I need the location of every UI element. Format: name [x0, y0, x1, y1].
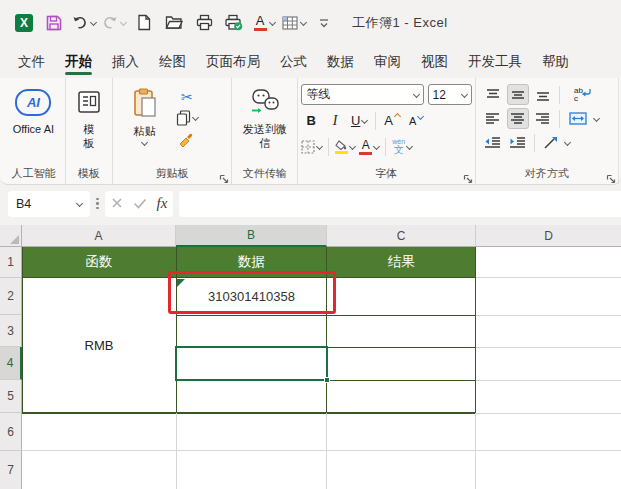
- excel-logo-icon[interactable]: X: [10, 10, 38, 36]
- tab-file[interactable]: 文件: [11, 45, 52, 78]
- send-to-wechat-button[interactable]: 发送到微信: [239, 84, 291, 151]
- paste-label: 粘贴: [134, 124, 156, 138]
- copy-dropdown-icon[interactable]: [192, 114, 199, 121]
- tab-data[interactable]: 数据: [320, 45, 361, 78]
- font-dialog-launcher-icon[interactable]: [463, 170, 473, 180]
- fill-color-dropdown-icon[interactable]: [349, 143, 356, 150]
- decrease-indent-button[interactable]: [482, 132, 504, 153]
- wrap-text-button[interactable]: ab c: [565, 84, 593, 105]
- font-color-dropdown-icon[interactable]: [268, 19, 275, 26]
- borders-table-qat-button[interactable]: [280, 10, 308, 36]
- save-icon[interactable]: [40, 10, 68, 36]
- redo-button[interactable]: [100, 10, 128, 36]
- paste-dropdown-icon[interactable]: [141, 139, 148, 146]
- office-ai-button[interactable]: AI Office AI: [5, 84, 61, 136]
- ribbon-group-clipboard: 粘贴 ✂ 剪贴板: [113, 78, 233, 184]
- phonetic-guide-button[interactable]: wén 文: [392, 136, 412, 157]
- column-header-b[interactable]: B: [176, 225, 327, 247]
- decrease-font-button[interactable]: A: [406, 110, 426, 131]
- orientation-button[interactable]: [540, 132, 562, 153]
- underline-dropdown-icon[interactable]: [361, 117, 368, 124]
- phonetic-dropdown-icon[interactable]: [406, 143, 413, 150]
- redo-dropdown-icon[interactable]: [120, 19, 127, 26]
- column-header-a[interactable]: A: [22, 225, 176, 247]
- name-box-dropdown-icon[interactable]: [76, 200, 83, 207]
- ribbon-group-ai: AI Office AI 人工智能: [2, 78, 66, 184]
- quick-print-icon[interactable]: [190, 10, 218, 36]
- merge-dropdown-icon[interactable]: [592, 115, 599, 122]
- tab-help[interactable]: 帮助: [535, 45, 576, 78]
- formula-input[interactable]: [179, 191, 621, 217]
- tab-developer[interactable]: 开发工具: [461, 45, 529, 78]
- cell-a2-merged-rmb[interactable]: RMB: [22, 278, 176, 413]
- copy-button[interactable]: [176, 107, 198, 128]
- cell-a1[interactable]: 函数: [22, 247, 176, 278]
- increase-font-button[interactable]: A: [382, 110, 402, 131]
- orientation-dropdown-icon[interactable]: [563, 139, 570, 146]
- confirm-entry-icon[interactable]: [133, 195, 147, 213]
- open-folder-icon[interactable]: [160, 10, 188, 36]
- tab-formulas[interactable]: 公式: [273, 45, 314, 78]
- font-color-button[interactable]: A: [359, 136, 379, 157]
- align-center-button[interactable]: [507, 108, 529, 129]
- fill-handle[interactable]: [324, 377, 330, 383]
- font-name-value: 等线: [306, 86, 413, 103]
- column-header-d[interactable]: D: [476, 225, 621, 247]
- borders-button[interactable]: [301, 136, 322, 157]
- borders-icon: [301, 140, 315, 154]
- cancel-entry-icon[interactable]: [111, 195, 123, 213]
- underline-button[interactable]: U: [349, 110, 369, 131]
- select-all-corner[interactable]: [0, 225, 22, 247]
- tab-insert[interactable]: 插入: [105, 45, 146, 78]
- tab-home[interactable]: 开始: [58, 45, 99, 78]
- formula-bar-handle[interactable]: [96, 198, 99, 210]
- align-bottom-button[interactable]: [532, 84, 554, 105]
- new-document-icon[interactable]: [130, 10, 158, 36]
- row-header-1[interactable]: 1: [0, 247, 22, 278]
- align-left-button[interactable]: [482, 108, 504, 129]
- column-header-c[interactable]: C: [327, 225, 476, 247]
- row-header-7[interactable]: 7: [0, 451, 22, 489]
- clipboard-dialog-launcher-icon[interactable]: [219, 170, 229, 180]
- row-header-5[interactable]: 5: [0, 380, 22, 413]
- align-right-button[interactable]: [532, 108, 554, 129]
- row-header-2[interactable]: 2: [0, 278, 22, 315]
- insert-function-icon[interactable]: fx: [157, 195, 168, 212]
- tab-draw[interactable]: 绘图: [152, 45, 193, 78]
- template-button[interactable]: 模板: [69, 84, 109, 151]
- font-color-btn-dropdown-icon[interactable]: [373, 143, 380, 150]
- excel-logo: X: [15, 14, 33, 32]
- group-label-template: 模板: [66, 166, 112, 181]
- font-name-combo[interactable]: 等线: [301, 84, 423, 105]
- borders-btn-dropdown-icon[interactable]: [316, 143, 323, 150]
- cut-button[interactable]: ✂: [176, 86, 198, 107]
- italic-button[interactable]: I: [325, 110, 345, 131]
- row-header-6[interactable]: 6: [0, 413, 22, 451]
- fill-color-button[interactable]: [335, 136, 355, 157]
- row-header-4[interactable]: 4: [0, 347, 22, 380]
- font-name-dropdown-icon[interactable]: [412, 91, 419, 98]
- font-size-combo[interactable]: 12: [428, 84, 472, 105]
- format-painter-button[interactable]: [176, 128, 198, 149]
- print-preview-icon[interactable]: [220, 10, 248, 36]
- phonetic-guide-icon: wén 文: [392, 138, 405, 155]
- align-top-button[interactable]: [482, 84, 504, 105]
- merge-center-button[interactable]: [565, 108, 591, 129]
- paste-button[interactable]: 粘贴: [122, 84, 168, 145]
- borders-dropdown-icon[interactable]: [300, 19, 307, 26]
- align-middle-button[interactable]: [507, 84, 529, 105]
- tab-review[interactable]: 审阅: [367, 45, 408, 78]
- alignment-dialog-launcher-icon[interactable]: [606, 170, 616, 180]
- tab-view[interactable]: 视图: [414, 45, 455, 78]
- undo-button[interactable]: [70, 10, 98, 36]
- font-color-qat-button[interactable]: A: [250, 10, 278, 36]
- tab-page-layout[interactable]: 页面布局: [199, 45, 267, 78]
- font-size-dropdown-icon[interactable]: [460, 91, 467, 98]
- undo-dropdown-icon[interactable]: [90, 19, 97, 26]
- bold-button[interactable]: B: [301, 110, 321, 131]
- increase-indent-button[interactable]: [507, 132, 529, 153]
- name-box[interactable]: B4: [8, 191, 90, 217]
- cell-c1[interactable]: 结果: [327, 247, 476, 278]
- customize-toolbar-icon[interactable]: [310, 10, 338, 36]
- row-header-3[interactable]: 3: [0, 315, 22, 347]
